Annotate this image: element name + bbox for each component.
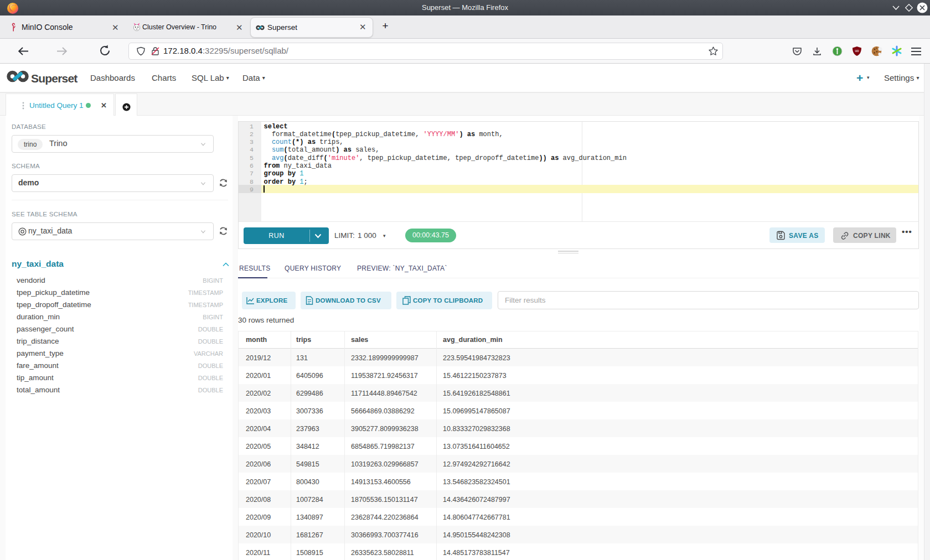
svg-text:uo: uo: [855, 49, 859, 53]
